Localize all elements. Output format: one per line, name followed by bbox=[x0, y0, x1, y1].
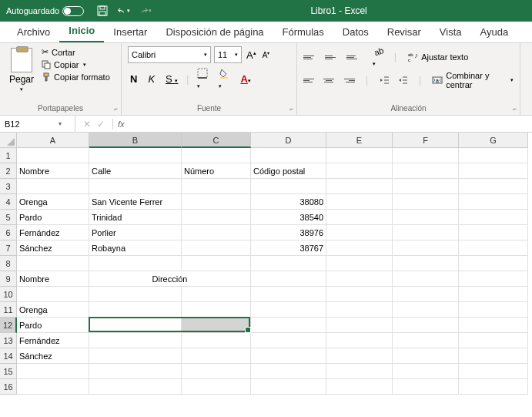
column-header[interactable]: A bbox=[17, 133, 89, 148]
cell[interactable] bbox=[251, 302, 326, 318]
row-header[interactable]: 8 bbox=[0, 256, 17, 271]
align-center-button[interactable] bbox=[323, 73, 336, 87]
column-header[interactable]: D bbox=[251, 133, 326, 148]
align-right-button[interactable] bbox=[343, 73, 355, 87]
cell[interactable] bbox=[89, 348, 182, 364]
cell[interactable] bbox=[459, 225, 528, 240]
orientation-button[interactable]: ab▾ bbox=[373, 46, 383, 68]
wrap-text-button[interactable]: abc Ajustar texto bbox=[407, 52, 468, 62]
align-top-button[interactable] bbox=[303, 50, 317, 64]
cell[interactable]: Pardo bbox=[17, 210, 89, 225]
cell[interactable] bbox=[17, 256, 89, 271]
cell[interactable] bbox=[459, 364, 528, 379]
cell[interactable] bbox=[182, 364, 251, 379]
cell[interactable]: Pardo bbox=[17, 318, 89, 333]
cell[interactable]: 38540 bbox=[251, 210, 326, 225]
cell[interactable] bbox=[326, 302, 393, 318]
save-icon[interactable] bbox=[96, 5, 109, 17]
cell[interactable] bbox=[326, 318, 393, 333]
paste-button[interactable]: Pegar ▾ bbox=[6, 46, 37, 94]
row-header[interactable]: 14 bbox=[0, 348, 17, 364]
cell[interactable] bbox=[459, 318, 528, 333]
cell[interactable] bbox=[17, 179, 89, 194]
cell[interactable] bbox=[251, 348, 326, 364]
decrease-font-button[interactable]: A▾ bbox=[261, 50, 272, 59]
cell[interactable] bbox=[393, 271, 459, 287]
cell[interactable]: Código postal bbox=[251, 163, 326, 179]
increase-indent-button[interactable] bbox=[397, 75, 408, 86]
align-middle-button[interactable] bbox=[325, 50, 339, 64]
row-header[interactable]: 3 bbox=[0, 179, 17, 194]
decrease-indent-button[interactable] bbox=[379, 75, 390, 86]
cell[interactable] bbox=[326, 210, 393, 225]
cell[interactable]: Sánchez bbox=[17, 240, 89, 256]
cell[interactable] bbox=[326, 348, 393, 364]
cell[interactable]: Porlier bbox=[89, 225, 182, 240]
cell[interactable] bbox=[182, 240, 251, 256]
cell[interactable]: Fernández bbox=[17, 225, 89, 240]
cell[interactable] bbox=[182, 148, 251, 163]
cell[interactable] bbox=[326, 364, 393, 379]
cell[interactable] bbox=[459, 271, 528, 287]
cell[interactable] bbox=[89, 148, 182, 163]
cell[interactable] bbox=[326, 240, 393, 256]
row-header[interactable]: 11 bbox=[0, 302, 17, 318]
name-box-input[interactable] bbox=[5, 119, 59, 129]
cells-area[interactable]: NombreCalleNúmeroCódigo postalOrengaSan … bbox=[17, 148, 528, 395]
cell[interactable]: Dirección bbox=[89, 271, 251, 287]
cell[interactable] bbox=[17, 379, 89, 395]
cell[interactable] bbox=[393, 302, 459, 318]
cell[interactable] bbox=[326, 194, 393, 210]
cell[interactable] bbox=[459, 348, 528, 364]
row-header[interactable]: 13 bbox=[0, 333, 17, 348]
cell[interactable] bbox=[326, 163, 393, 179]
cell[interactable] bbox=[393, 333, 459, 348]
cell[interactable] bbox=[393, 318, 459, 333]
font-name-dropdown[interactable]: Calibri ▾ bbox=[128, 46, 211, 63]
cell[interactable] bbox=[326, 379, 393, 395]
cell[interactable] bbox=[459, 163, 528, 179]
tab-disposición-de-página[interactable]: Disposición de página bbox=[156, 22, 273, 42]
cell[interactable]: Número bbox=[182, 163, 251, 179]
cell[interactable]: Orenga bbox=[17, 194, 89, 210]
row-header[interactable]: 2 bbox=[0, 163, 17, 179]
cell[interactable] bbox=[17, 148, 89, 163]
row-header[interactable]: 6 bbox=[0, 225, 17, 240]
cell[interactable] bbox=[251, 318, 326, 333]
copy-button[interactable]: Copiar ▾ bbox=[40, 59, 112, 70]
cell[interactable] bbox=[89, 318, 182, 333]
underline-button[interactable]: S ▾ bbox=[163, 72, 180, 86]
cell[interactable] bbox=[459, 379, 528, 395]
cell[interactable] bbox=[182, 179, 251, 194]
cell[interactable] bbox=[251, 287, 326, 302]
tab-ayuda[interactable]: Ayuda bbox=[471, 22, 518, 42]
cell[interactable] bbox=[89, 287, 182, 302]
column-header[interactable]: F bbox=[393, 133, 459, 148]
tab-fórmulas[interactable]: Fórmulas bbox=[273, 22, 333, 42]
cell[interactable]: Nombre bbox=[17, 163, 89, 179]
cell[interactable]: Sánchez bbox=[17, 348, 89, 364]
cell[interactable]: Nombre bbox=[17, 271, 89, 287]
align-left-button[interactable] bbox=[303, 73, 316, 87]
fill-color-button[interactable]: ▾ bbox=[216, 66, 232, 92]
row-header[interactable]: 4 bbox=[0, 194, 17, 210]
cell[interactable] bbox=[182, 333, 251, 348]
font-color-button[interactable]: A▾ bbox=[238, 72, 253, 86]
cell[interactable] bbox=[459, 333, 528, 348]
cell[interactable] bbox=[459, 179, 528, 194]
cell[interactable] bbox=[182, 302, 251, 318]
cut-button[interactable]: ✂ Cortar bbox=[40, 46, 112, 58]
cell[interactable] bbox=[251, 379, 326, 395]
cell[interactable] bbox=[326, 148, 393, 163]
cell[interactable]: 38080 bbox=[251, 194, 326, 210]
row-header[interactable]: 5 bbox=[0, 210, 17, 225]
font-size-dropdown[interactable]: 11 ▾ bbox=[214, 46, 242, 63]
cell[interactable] bbox=[17, 287, 89, 302]
cell[interactable]: Calle bbox=[89, 163, 182, 179]
cell[interactable] bbox=[182, 256, 251, 271]
cell[interactable] bbox=[459, 256, 528, 271]
cell[interactable] bbox=[393, 348, 459, 364]
column-header[interactable]: E bbox=[326, 133, 393, 148]
cell[interactable] bbox=[459, 148, 528, 163]
row-header[interactable]: 15 bbox=[0, 364, 17, 379]
